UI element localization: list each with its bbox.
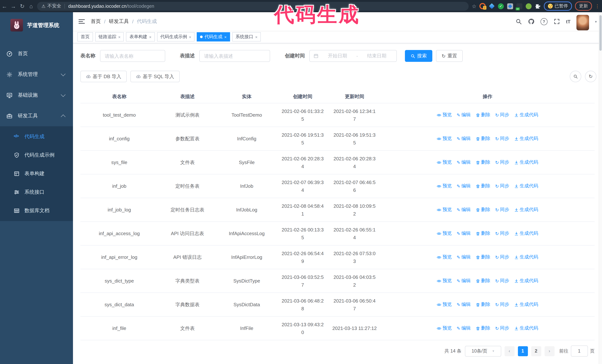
app-logo[interactable]: 芋道管理系统 [0,12,73,31]
github-icon[interactable] [528,18,534,25]
sync-link[interactable]: ↻同步 [495,278,509,284]
paused-badge[interactable]: 已暂停 [544,1,572,11]
close-icon[interactable]: × [149,35,151,39]
sync-link[interactable]: ↻同步 [495,302,509,308]
edit-link[interactable]: ✎编辑 [457,159,471,166]
browser-back-icon[interactable]: ← [0,3,9,9]
close-icon[interactable]: × [255,35,258,39]
browser-menu-icon[interactable]: ⋮ [595,3,600,9]
close-icon[interactable]: × [189,35,191,39]
extension-icon[interactable] [507,3,513,9]
browser-forward-icon[interactable]: → [9,3,18,9]
page-button-1[interactable]: 1 [518,346,528,356]
tab-system-api[interactable]: 系统接口× [232,32,261,42]
extension-icon[interactable] [489,3,494,9]
generate-code-link[interactable]: 生成代码 [514,278,538,284]
update-button[interactable]: 更新 [575,1,592,11]
sync-link[interactable]: ↻同步 [495,112,509,118]
preview-link[interactable]: 预览 [437,159,452,166]
breadcrumb-devtools[interactable]: 研发工具 [109,18,129,25]
generate-code-link[interactable]: 生成代码 [514,254,538,260]
scrollbar-thumb[interactable] [599,15,602,51]
sidebar-item-system-api[interactable]: 系统接口 [0,183,73,201]
preview-link[interactable]: 预览 [437,278,452,284]
page-button-2[interactable]: 2 [531,346,541,356]
security-label[interactable]: 不安全 [47,3,61,9]
close-icon[interactable]: × [118,35,121,39]
browser-reload-icon[interactable]: ↻ [18,3,27,10]
generate-code-link[interactable]: 生成代码 [514,183,538,189]
sidebar-item-db-doc[interactable]: 数据库文档 [0,201,73,220]
edit-link[interactable]: ✎编辑 [457,135,471,142]
sidebar-item-system[interactable]: 系统管理 [0,64,73,85]
edit-link[interactable]: ✎编辑 [457,325,471,332]
edit-link[interactable]: ✎编辑 [457,112,471,118]
generate-code-link[interactable]: 生成代码 [514,135,538,142]
page-scrollbar[interactable] [599,12,602,364]
sidebar-item-codegen-example[interactable]: 代码生成示例 [0,146,73,164]
page-size-select[interactable]: 10条/页 ▾ [465,346,501,356]
delete-link[interactable]: 删除 [475,112,490,118]
preview-link[interactable]: 预览 [437,112,452,118]
generate-code-link[interactable]: 生成代码 [514,159,538,166]
delete-link[interactable]: 删除 [475,135,490,142]
tab-codegen[interactable]: 代码生成× [197,32,230,42]
preview-link[interactable]: 预览 [437,254,452,260]
delete-link[interactable]: 删除 [475,230,490,237]
sync-link[interactable]: ↻同步 [495,325,509,332]
sync-link[interactable]: ↻同步 [495,183,509,189]
delete-link[interactable]: 删除 [475,183,490,189]
tab-form-builder[interactable]: 表单构建× [126,32,155,42]
tab-tracing[interactable]: 链路追踪× [95,32,124,42]
sidebar-item-codegen[interactable]: </> 代码生成 [0,127,73,146]
help-icon[interactable]: ? [540,18,547,25]
generate-code-link[interactable]: 生成代码 [514,207,538,213]
fullscreen-icon[interactable] [553,18,560,25]
user-avatar[interactable] [576,15,589,30]
sync-link[interactable]: ↻同步 [495,254,509,260]
next-page-button[interactable]: › [544,346,554,356]
goto-page-input[interactable] [571,345,588,357]
generate-code-link[interactable]: 生成代码 [514,112,538,118]
sidebar-item-home[interactable]: 首页 [0,43,73,64]
edit-link[interactable]: ✎编辑 [457,207,471,213]
delete-link[interactable]: 删除 [475,254,490,260]
refresh-button[interactable]: ↻ [585,71,596,82]
generate-code-link[interactable]: 生成代码 [514,230,538,237]
preview-link[interactable]: 预览 [437,302,452,308]
sidebar-toggle-icon[interactable] [78,19,85,24]
extension-icon[interactable]: 1 [479,3,486,9]
table-name-input[interactable] [100,50,165,62]
avatar-caret-icon[interactable]: ▾ [595,20,597,23]
reset-button[interactable]: ↻ 重置 [436,50,463,62]
import-db-button[interactable]: 基于 DB 导入 [80,71,127,82]
search-button[interactable]: 搜索 [405,50,432,62]
preview-link[interactable]: 预览 [437,135,452,142]
edit-link[interactable]: ✎编辑 [457,302,471,308]
address-bar[interactable]: ⚠ 不安全 dashboard.yudao.iocoder.cn /tool/c… [37,2,469,10]
preview-link[interactable]: 预览 [437,207,452,213]
delete-link[interactable]: 删除 [475,302,490,308]
edit-link[interactable]: ✎编辑 [457,183,471,189]
delete-link[interactable]: 删除 [475,278,490,284]
delete-link[interactable]: 删除 [475,159,490,166]
preview-link[interactable]: 预览 [437,325,452,332]
sidebar-item-infra[interactable]: 基础设施 [0,85,73,105]
extension-icon[interactable]: ✓ [498,3,504,9]
edit-link[interactable]: ✎编辑 [457,230,471,237]
delete-link[interactable]: 删除 [475,325,490,332]
sync-link[interactable]: ↻同步 [495,159,509,166]
sync-link[interactable]: ↻同步 [495,207,509,213]
sidebar-item-devtools[interactable]: 研发工具 [0,105,73,126]
search-icon[interactable] [515,18,522,25]
extensions-puzzle-icon[interactable] [535,3,541,9]
sync-link[interactable]: ↻同步 [495,230,509,237]
edit-link[interactable]: ✎编辑 [457,278,471,284]
font-size-icon[interactable]: tT [566,19,570,24]
preview-link[interactable]: 预览 [437,183,452,189]
show-search-button[interactable] [570,71,581,82]
bookmark-star-icon[interactable]: ☆ [472,3,476,9]
prev-page-button[interactable]: ‹ [504,346,514,356]
extension-icon[interactable]: on [516,3,522,9]
tab-codegen-example[interactable]: 代码生成示例× [157,32,195,42]
